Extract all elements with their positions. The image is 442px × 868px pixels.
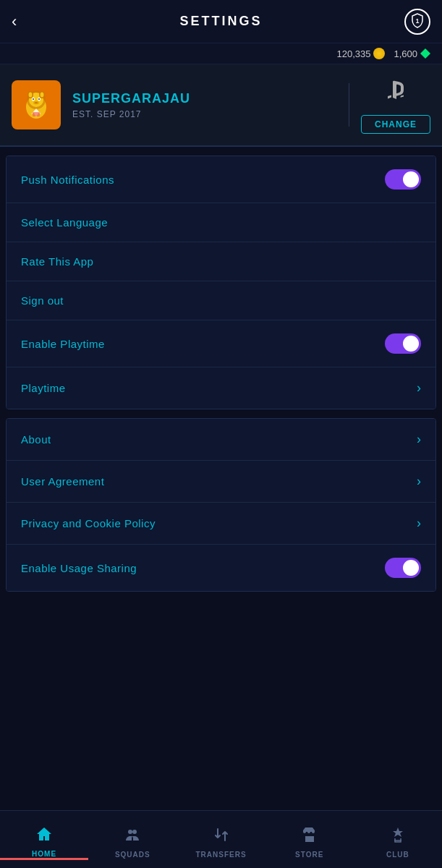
sign-out-item[interactable]: Sign out bbox=[7, 281, 435, 320]
privacy-cookie-label: Privacy and Cookie Policy bbox=[21, 517, 156, 529]
push-notifications-label: Push Notifications bbox=[21, 174, 114, 186]
badge-inner bbox=[12, 80, 61, 129]
club-icon bbox=[389, 826, 407, 848]
notification-badge[interactable]: 1 bbox=[404, 9, 430, 35]
select-language-label: Select Language bbox=[21, 216, 108, 229]
profile-info: SUPERGARAJAU EST. SEP 2017 bbox=[72, 91, 337, 119]
rate-this-app-label: Rate This App bbox=[21, 255, 93, 268]
toggle-track bbox=[385, 558, 421, 578]
privacy-cookie-chevron-icon: › bbox=[417, 516, 421, 531]
squads-icon bbox=[124, 826, 141, 848]
svg-point-8 bbox=[41, 93, 44, 98]
toggle-thumb bbox=[403, 560, 419, 576]
push-notifications-toggle[interactable] bbox=[385, 169, 421, 190]
transfers-nav-label: TRANSFERS bbox=[195, 851, 246, 859]
lion-icon bbox=[18, 87, 54, 123]
enable-playtime-toggle[interactable] bbox=[385, 333, 421, 354]
privacy-cookie-item[interactable]: Privacy and Cookie Policy › bbox=[7, 503, 435, 545]
back-button[interactable]: ‹ bbox=[12, 12, 17, 31]
toggle-track bbox=[385, 333, 421, 354]
home-icon bbox=[35, 825, 53, 847]
main-content: Push Notifications Select Language Rate … bbox=[0, 156, 442, 665]
about-item[interactable]: About › bbox=[7, 419, 435, 461]
svg-text:1: 1 bbox=[415, 17, 419, 25]
profile-est: EST. SEP 2017 bbox=[72, 109, 337, 119]
nav-transfers[interactable]: TRANSFERS bbox=[177, 820, 265, 859]
svg-point-18 bbox=[132, 830, 137, 834]
store-nav-label: STORE bbox=[295, 851, 323, 859]
enable-usage-sharing-label: Enable Usage Sharing bbox=[21, 562, 137, 574]
playtime-chevron-icon: › bbox=[417, 380, 421, 396]
toggle-thumb bbox=[403, 171, 419, 187]
transfers-icon bbox=[213, 826, 230, 848]
push-notifications-item[interactable]: Push Notifications bbox=[7, 156, 435, 203]
user-agreement-chevron-icon: › bbox=[417, 474, 421, 489]
svg-point-17 bbox=[128, 830, 132, 834]
playstation-icon bbox=[381, 76, 410, 109]
enable-usage-sharing-item[interactable]: Enable Usage Sharing bbox=[7, 545, 435, 591]
store-icon bbox=[301, 826, 318, 848]
coins-display: 120,335 bbox=[336, 48, 385, 59]
platform-section: CHANGE bbox=[361, 76, 430, 134]
sign-out-label: Sign out bbox=[21, 294, 64, 307]
change-button[interactable]: CHANGE bbox=[361, 115, 430, 134]
home-nav-label: HOME bbox=[32, 850, 56, 858]
enable-usage-sharing-toggle[interactable] bbox=[385, 558, 421, 578]
squads-nav-label: SQUADS bbox=[115, 851, 150, 859]
bottom-nav: HOME SQUADS TRANSFERS STORE bbox=[0, 810, 442, 868]
svg-rect-16 bbox=[33, 112, 40, 116]
user-agreement-label: User Agreement bbox=[21, 475, 104, 488]
settings-group-2: About › User Agreement › Privacy and Coo… bbox=[6, 418, 436, 592]
rate-this-app-item[interactable]: Rate This App bbox=[7, 242, 435, 281]
settings-group-1: Push Notifications Select Language Rate … bbox=[6, 156, 436, 409]
club-nav-label: CLUB bbox=[386, 851, 409, 859]
nav-club[interactable]: CLUB bbox=[354, 820, 442, 859]
profile-name: SUPERGARAJAU bbox=[72, 91, 337, 106]
coin-icon bbox=[373, 48, 385, 59]
profile-section: SUPERGARAJAU EST. SEP 2017 CHANGE bbox=[0, 64, 442, 147]
toggle-track bbox=[385, 169, 421, 190]
svg-point-11 bbox=[33, 98, 34, 100]
nav-squads[interactable]: SQUADS bbox=[88, 820, 177, 859]
coins-value: 120,335 bbox=[336, 48, 370, 59]
svg-point-7 bbox=[29, 93, 33, 98]
about-chevron-icon: › bbox=[417, 432, 421, 447]
playtime-item[interactable]: Playtime › bbox=[7, 367, 435, 409]
gems-value: 1,600 bbox=[394, 48, 417, 59]
about-label: About bbox=[21, 433, 51, 446]
playtime-label: Playtime bbox=[21, 382, 66, 394]
select-language-item[interactable]: Select Language bbox=[7, 203, 435, 242]
gem-icon bbox=[420, 48, 430, 59]
toggle-thumb bbox=[403, 336, 419, 352]
enable-playtime-label: Enable Playtime bbox=[21, 338, 105, 350]
top-header: ‹ SETTINGS 1 bbox=[0, 0, 442, 43]
gems-display: 1,600 bbox=[394, 48, 430, 59]
enable-playtime-item[interactable]: Enable Playtime bbox=[7, 320, 435, 367]
user-agreement-item[interactable]: User Agreement › bbox=[7, 461, 435, 503]
notification-icon: 1 bbox=[409, 12, 425, 30]
club-badge bbox=[12, 80, 61, 129]
nav-home[interactable]: HOME bbox=[0, 820, 88, 860]
vertical-divider bbox=[349, 83, 349, 127]
page-title: SETTINGS bbox=[179, 14, 262, 29]
svg-point-12 bbox=[38, 98, 40, 100]
nav-store[interactable]: STORE bbox=[265, 820, 354, 859]
currency-bar: 120,335 1,600 bbox=[0, 43, 442, 64]
svg-point-14 bbox=[35, 102, 38, 103]
